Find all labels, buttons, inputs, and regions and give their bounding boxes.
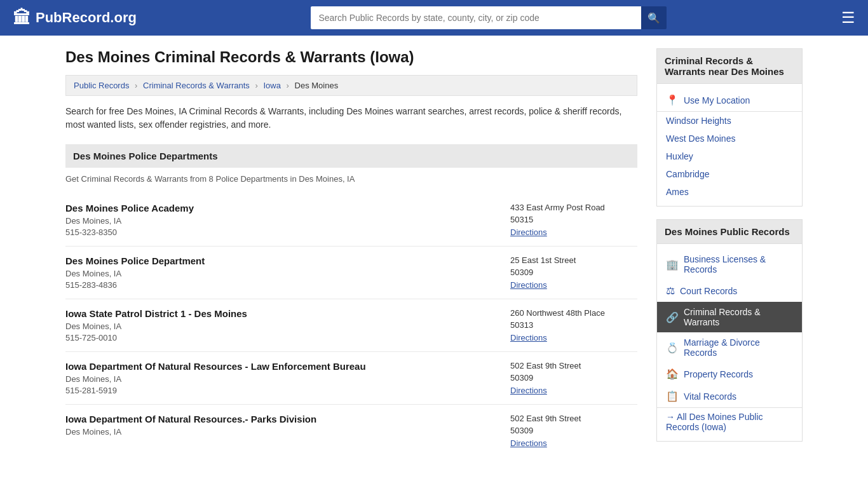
sidebar-all-records[interactable]: → All Des Moines Public Records (Iowa) bbox=[657, 408, 802, 436]
sidebar-item-business-licenses[interactable]: 🏢 Business Licenses & Records bbox=[657, 249, 802, 280]
page-title: Des Moines Criminal Records & Warrants (… bbox=[65, 48, 637, 66]
record-info: Iowa State Patrol District 1 - Des Moine… bbox=[65, 308, 247, 342]
sidebar-item-marriage-divorce[interactable]: 💍 Marriage & Divorce Records bbox=[657, 332, 802, 363]
record-city: Des Moines, IA bbox=[65, 427, 316, 437]
search-bar: 🔍 bbox=[311, 6, 667, 29]
sidebar-item-property-records[interactable]: 🏠 Property Records bbox=[657, 363, 802, 385]
record-street: 260 Northwest 48th Place bbox=[510, 308, 637, 318]
record-city: Des Moines, IA bbox=[65, 374, 366, 384]
breadcrumb: Public Records › Criminal Records & Warr… bbox=[65, 75, 637, 96]
sidebar-use-my-location[interactable]: 📍 Use My Location bbox=[657, 89, 802, 111]
sidebar-item-huxley[interactable]: Huxley bbox=[657, 147, 802, 165]
location-pin-icon: 📍 bbox=[666, 94, 679, 106]
sidebar-public-records-body: 🏢 Business Licenses & Records ⚖ Court Re… bbox=[657, 244, 802, 441]
sidebar-item-criminal-records[interactable]: 🔗 Criminal Records & Warrants bbox=[657, 302, 802, 332]
marriage-icon: 💍 bbox=[666, 342, 679, 354]
breadcrumb-criminal-records[interactable]: Criminal Records & Warrants bbox=[143, 81, 250, 90]
sidebar-public-records-box: Des Moines Public Records 🏢 Business Lic… bbox=[656, 219, 803, 442]
criminal-icon: 🔗 bbox=[666, 311, 679, 323]
business-icon: 🏢 bbox=[666, 259, 679, 271]
record-address: 433 East Army Post Road 50315 Directions bbox=[510, 203, 637, 237]
section-subtext: Get Criminal Records & Warrants from 8 P… bbox=[65, 174, 637, 184]
sidebar-item-cambridge[interactable]: Cambridge bbox=[657, 165, 802, 183]
record-street: 502 East 9th Street bbox=[510, 414, 637, 423]
court-icon: ⚖ bbox=[666, 285, 675, 297]
sidebar-use-location-label: Use My Location bbox=[684, 95, 750, 105]
content-area: Des Moines Criminal Records & Warrants (… bbox=[65, 48, 637, 457]
sidebar-item-vital-records[interactable]: 📋 Vital Records bbox=[657, 385, 802, 407]
sidebar-nearby-box: Criminal Records & Warrants near Des Moi… bbox=[656, 48, 803, 207]
logo-text: PubRecord.org bbox=[36, 10, 137, 26]
page-description: Search for free Des Moines, IA Criminal … bbox=[65, 105, 637, 132]
record-city: Des Moines, IA bbox=[65, 269, 205, 278]
logo-icon: 🏛 bbox=[13, 8, 31, 29]
records-list: Des Moines Police Academy Des Moines, IA… bbox=[65, 194, 637, 457]
record-zip: 50309 bbox=[510, 268, 637, 277]
breadcrumb-sep-1: › bbox=[135, 81, 137, 90]
record-zip: 50315 bbox=[510, 215, 637, 224]
record-zip: 50313 bbox=[510, 320, 637, 330]
header: 🏛 PubRecord.org 🔍 ☰ bbox=[0, 0, 868, 36]
sidebar-item-ames[interactable]: Ames bbox=[657, 183, 802, 201]
record-phone: 515-281-5919 bbox=[65, 386, 366, 395]
sidebar-nearby-title: Criminal Records & Warrants near Des Moi… bbox=[657, 49, 802, 84]
sidebar-item-label: Court Records bbox=[680, 286, 737, 296]
record-name: Des Moines Police Department bbox=[65, 255, 205, 266]
table-row: Des Moines Police Department Des Moines,… bbox=[65, 247, 637, 299]
record-zip: 50309 bbox=[510, 373, 637, 383]
menu-button[interactable]: ☰ bbox=[841, 9, 855, 27]
record-zip: 50309 bbox=[510, 426, 637, 435]
sidebar-item-label: Criminal Records & Warrants bbox=[684, 307, 793, 327]
sidebar-item-label: Business Licenses & Records bbox=[684, 254, 793, 274]
sidebar-nearby-body: 📍 Use My Location Windsor Heights West D… bbox=[657, 84, 802, 206]
sidebar-item-label: Marriage & Divorce Records bbox=[684, 337, 793, 358]
record-phone: 515-323-8350 bbox=[65, 227, 194, 237]
table-row: Iowa Department Of Natural Resources.- P… bbox=[65, 405, 637, 457]
property-icon: 🏠 bbox=[666, 368, 679, 380]
table-row: Iowa Department Of Natural Resources - L… bbox=[65, 352, 637, 405]
record-street: 502 East 9th Street bbox=[510, 361, 637, 370]
record-street: 433 East Army Post Road bbox=[510, 203, 637, 212]
breadcrumb-des-moines: Des Moines bbox=[295, 81, 339, 90]
table-row: Iowa State Patrol District 1 - Des Moine… bbox=[65, 299, 637, 352]
sidebar-item-label: Vital Records bbox=[684, 391, 736, 402]
record-address: 260 Northwest 48th Place 50313 Direction… bbox=[510, 308, 637, 342]
record-phone: 515-725-0010 bbox=[65, 333, 247, 342]
main-container: Des Moines Criminal Records & Warrants (… bbox=[53, 36, 815, 470]
directions-link[interactable]: Directions bbox=[510, 280, 547, 290]
search-button[interactable]: 🔍 bbox=[641, 6, 667, 29]
sidebar: Criminal Records & Warrants near Des Moi… bbox=[656, 48, 803, 457]
record-name: Iowa Department Of Natural Resources - L… bbox=[65, 361, 366, 372]
record-info: Des Moines Police Academy Des Moines, IA… bbox=[65, 203, 194, 237]
breadcrumb-sep-2: › bbox=[255, 81, 258, 90]
record-info: Iowa Department Of Natural Resources - L… bbox=[65, 361, 366, 395]
directions-link[interactable]: Directions bbox=[510, 438, 547, 448]
sidebar-item-west-des-moines[interactable]: West Des Moines bbox=[657, 130, 802, 147]
record-address: 502 East 9th Street 50309 Directions bbox=[510, 361, 637, 395]
table-row: Des Moines Police Academy Des Moines, IA… bbox=[65, 194, 637, 247]
record-info: Iowa Department Of Natural Resources.- P… bbox=[65, 414, 316, 448]
record-city: Des Moines, IA bbox=[65, 216, 194, 226]
record-phone: 515-283-4836 bbox=[65, 280, 205, 290]
record-address: 502 East 9th Street 50309 Directions bbox=[510, 414, 637, 448]
sidebar-item-label: Property Records bbox=[684, 369, 753, 379]
directions-link[interactable]: Directions bbox=[510, 333, 547, 342]
sidebar-item-court-records[interactable]: ⚖ Court Records bbox=[657, 280, 802, 302]
breadcrumb-public-records[interactable]: Public Records bbox=[74, 81, 129, 90]
record-info: Des Moines Police Department Des Moines,… bbox=[65, 255, 205, 290]
record-city: Des Moines, IA bbox=[65, 322, 247, 331]
record-address: 25 East 1st Street 50309 Directions bbox=[510, 255, 637, 290]
search-input[interactable] bbox=[311, 6, 641, 29]
directions-link[interactable]: Directions bbox=[510, 386, 547, 395]
section-header: Des Moines Police Departments bbox=[65, 144, 637, 168]
breadcrumb-iowa[interactable]: Iowa bbox=[263, 81, 280, 90]
record-street: 25 East 1st Street bbox=[510, 255, 637, 265]
vital-icon: 📋 bbox=[666, 390, 679, 402]
record-name: Iowa Department Of Natural Resources.- P… bbox=[65, 414, 316, 424]
record-name: Iowa State Patrol District 1 - Des Moine… bbox=[65, 308, 247, 319]
logo[interactable]: 🏛 PubRecord.org bbox=[13, 8, 137, 29]
breadcrumb-sep-3: › bbox=[287, 81, 289, 90]
directions-link[interactable]: Directions bbox=[510, 227, 547, 237]
sidebar-public-records-title: Des Moines Public Records bbox=[657, 220, 802, 244]
sidebar-item-windsor-heights[interactable]: Windsor Heights bbox=[657, 112, 802, 130]
